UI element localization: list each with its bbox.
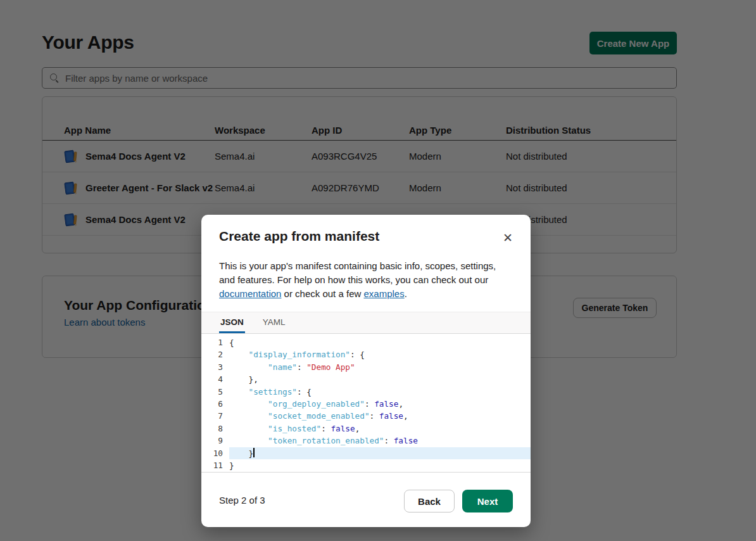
text-cursor bbox=[253, 448, 255, 457]
modal-description: This is your app's manifest containing b… bbox=[219, 259, 512, 301]
create-app-from-manifest-modal: Create app from manifest ✕ This is your … bbox=[201, 215, 531, 527]
line-number: 2 bbox=[201, 348, 229, 360]
line-number: 3 bbox=[201, 361, 229, 373]
line-number: 10 bbox=[201, 447, 229, 459]
code-line[interactable]: 6 "org_deploy_enabled": false, bbox=[201, 398, 531, 410]
code-line[interactable]: 3 "name": "Demo App" bbox=[201, 361, 531, 373]
line-number: 4 bbox=[201, 373, 229, 385]
back-button[interactable]: Back bbox=[404, 490, 455, 512]
code-line[interactable]: 1{ bbox=[201, 336, 531, 348]
line-number: 1 bbox=[201, 336, 229, 348]
app-window: Your Apps Create New App App Name Worksp… bbox=[0, 0, 756, 541]
manifest-format-tabs: JSON YAML bbox=[201, 312, 531, 334]
manifest-code-editor[interactable]: 1{2 "display_information": {3 "name": "D… bbox=[201, 334, 531, 473]
code-line[interactable]: 10 } bbox=[201, 447, 531, 459]
line-number: 9 bbox=[201, 435, 229, 447]
line-number: 8 bbox=[201, 423, 229, 435]
code-line[interactable]: 9 "token_rotation_enabled": false bbox=[201, 435, 531, 447]
description-text: This is your app's manifest containing b… bbox=[219, 260, 496, 285]
line-number: 5 bbox=[201, 386, 229, 398]
next-button[interactable]: Next bbox=[462, 490, 513, 512]
tab-yaml[interactable]: YAML bbox=[261, 312, 287, 333]
code-line[interactable]: 5 "settings": { bbox=[201, 386, 531, 398]
modal-title: Create app from manifest bbox=[219, 229, 379, 244]
examples-link[interactable]: examples bbox=[363, 288, 404, 299]
close-icon[interactable]: ✕ bbox=[500, 230, 515, 245]
line-number: 7 bbox=[201, 410, 229, 422]
description-text: or check out a few bbox=[281, 288, 363, 299]
line-number: 11 bbox=[201, 459, 229, 471]
code-line[interactable]: 8 "is_hosted": false, bbox=[201, 423, 531, 435]
code-line[interactable]: 11} bbox=[201, 459, 531, 471]
line-number: 6 bbox=[201, 398, 229, 410]
step-indicator: Step 2 of 3 bbox=[219, 495, 265, 506]
code-line[interactable]: 7 "socket_mode_enabled": false, bbox=[201, 410, 531, 422]
description-text: . bbox=[405, 288, 407, 299]
tab-json[interactable]: JSON bbox=[219, 312, 245, 333]
documentation-link[interactable]: documentation bbox=[219, 288, 281, 299]
code-line[interactable]: 2 "display_information": { bbox=[201, 348, 531, 360]
code-line[interactable]: 4 }, bbox=[201, 373, 531, 385]
